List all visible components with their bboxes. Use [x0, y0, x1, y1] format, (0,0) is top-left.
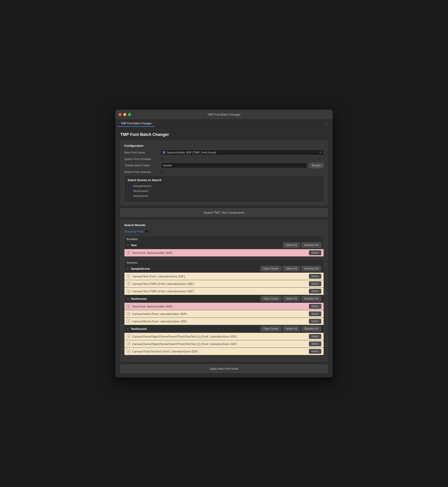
testscene1-select-2[interactable]: Select: [309, 319, 321, 324]
tab-menu-icon[interactable]: ⋮: [323, 121, 330, 126]
scenes-label: Scenes:: [124, 259, 324, 265]
new-font-input[interactable]: F NanumGothic SDF (TMP_Font Asset) ⊙: [160, 150, 324, 155]
prefab-group-test-buttons: Select All Deselect All: [283, 242, 321, 248]
group-by-font-link[interactable]: Group by Font: [124, 230, 143, 233]
configuration-title: Configuration: [124, 144, 324, 147]
browse-button[interactable]: Browse: [309, 163, 324, 168]
font-type-icon: F: [162, 151, 166, 154]
testscene2-checkbox-2[interactable]: [127, 350, 130, 353]
samplescene-checkbox-1[interactable]: [127, 282, 130, 286]
samplescene-deselect-all-button[interactable]: Deselect All: [301, 266, 321, 271]
testscene1-text-1: Canvas/Hello! (Font: LiberationSans SDF): [132, 312, 307, 316]
testscene1-checkbox-1[interactable]: [127, 312, 130, 316]
scene-testscene1-arrow: ▼: [127, 298, 129, 300]
testscene2-select-1[interactable]: Select: [309, 341, 321, 346]
scene-label-0: SampleScene: [133, 184, 151, 188]
new-font-row: New Font Asset F NanumGothic SDF (TMP_Fo…: [124, 150, 324, 155]
testscene1-select-0[interactable]: Select: [309, 304, 321, 309]
samplescene-checkbox-0[interactable]: [127, 275, 130, 278]
scene-testscene1-buttons: Open Scene Select All Deselect All: [260, 296, 321, 301]
testscene2-text-1: Canvas/GameObject/SomeParent/ThisIsTestT…: [132, 342, 307, 346]
samplescene-text-2: Canvas/Text (TMP) (Font: LiberationSans …: [132, 290, 307, 293]
scenes-subsection: Scenes: ▼ SampleScene Open Scene Select …: [124, 259, 324, 355]
page-title: TMP Font Batch Changer: [120, 132, 328, 137]
select-scenes-title: Select Scenes to Search: [128, 178, 320, 182]
group-by-row: Group by Font: [124, 229, 324, 233]
search-scenes-row: Search from Scenes: [124, 170, 324, 174]
results-header: Search Results: [124, 223, 324, 227]
prefabs-subsection: Prefabs: ▼ Test Select All Deselect All …: [124, 236, 324, 257]
prefab-test-select-all-button[interactable]: Select All: [283, 242, 300, 248]
testscene2-select-0[interactable]: Select: [309, 334, 321, 339]
testscene1-select-1[interactable]: Select: [309, 311, 321, 316]
scene-testscene1-name: TestScene1: [131, 297, 259, 300]
traffic-lights: [119, 113, 131, 116]
testscene1-select-all-button[interactable]: Select All: [283, 296, 300, 301]
samplescene-open-button[interactable]: Open Scene: [260, 266, 281, 271]
testscene1-open-button[interactable]: Open Scene: [260, 296, 281, 301]
new-font-value: NanumGothic SDF (TMP_Font Asset): [167, 151, 216, 154]
prefabs-label: Prefabs:: [124, 236, 324, 241]
scene-checkbox-2[interactable]: [128, 194, 131, 198]
scene-group-testscene1-header: ▼ TestScene1 Open Scene Select All Desel…: [124, 295, 324, 303]
apply-button[interactable]: Apply New Font Asset: [120, 364, 328, 373]
scene-group-samplescene-header: ▼ SampleScene Open Scene Select All Dese…: [124, 265, 324, 272]
search-button[interactable]: Search TMP_Text Components: [120, 208, 328, 217]
minimize-button[interactable]: [123, 113, 126, 116]
samplescene-select-2[interactable]: Select: [309, 289, 321, 294]
testscene2-deselect-all-button[interactable]: Deselect All: [301, 326, 321, 331]
samplescene-result-2: Canvas/Text (TMP) (Font: LiberationSans …: [124, 287, 324, 295]
scene-item-1: TestScene1: [128, 189, 320, 193]
prefab-test-deselect-all-button[interactable]: Deselect All: [301, 242, 321, 248]
testscene2-checkbox-1[interactable]: [127, 342, 130, 346]
scene-label-2: TestScene2: [133, 194, 148, 198]
scene-item-0: SampleScene: [128, 184, 320, 188]
testscene1-text-2: Canvas/World (Font: LiberationSans SDF): [132, 320, 307, 323]
group-by-font-checkbox[interactable]: [145, 229, 148, 233]
prefab-result-checkbox-0[interactable]: [127, 251, 130, 255]
testscene2-select-all-button[interactable]: Select All: [283, 326, 300, 331]
testscene1-checkbox-0[interactable]: [127, 305, 130, 308]
samplescene-result-1: Canvas/Text (TMP) (Font: LiberationSans …: [124, 280, 324, 287]
samplescene-select-1[interactable]: Select: [309, 281, 321, 286]
font-picker-icon[interactable]: ⊙: [319, 151, 322, 154]
scene-checkbox-1[interactable]: [128, 189, 131, 193]
search-scenes-label: Search from Scenes: [124, 170, 158, 174]
testscene1-checkbox-2[interactable]: [127, 320, 130, 323]
scene-group-testscene2: ▼ TestScene2 Open Scene Select All Desel…: [124, 325, 324, 355]
close-button[interactable]: [119, 113, 121, 116]
main-tab[interactable]: TMP Font Batch Changer: [118, 120, 155, 127]
testscene2-open-button[interactable]: Open Scene: [260, 326, 281, 331]
scene-samplescene-name: SampleScene: [131, 267, 259, 270]
testscene1-result-2: Canvas/World (Font: LiberationSans SDF) …: [124, 317, 324, 325]
prefab-group-test-name: Test: [131, 244, 281, 247]
results-section: Search Results Group by Font Prefabs: ▼ …: [120, 220, 328, 361]
prefab-root-input[interactable]: [161, 163, 307, 168]
testscene2-select-2[interactable]: Select: [309, 349, 321, 354]
scene-item-2: TestScene2: [128, 194, 320, 198]
samplescene-text-1: Canvas/Text (TMP) (Font: LiberationSans …: [132, 282, 307, 286]
scene-samplescene-buttons: Open Scene Select All Deselect All: [260, 266, 321, 271]
prefab-group-test-header: ▼ Test Select All Deselect All: [124, 241, 324, 249]
scene-group-testscene2-header: ▼ TestScene2 Open Scene Select All Desel…: [124, 325, 324, 333]
maximize-button[interactable]: [128, 113, 131, 116]
testscene2-result-1: Canvas/GameObject/SomeParent/ThisIsTestT…: [124, 340, 324, 347]
testscene2-result-2: Canvas/ThisIsTestText (Font: LiberationS…: [124, 347, 324, 355]
prefab-root-row: Prefab Root Folder: Browse: [124, 163, 324, 168]
scene-group-testscene1: ▼ TestScene1 Open Scene Select All Desel…: [124, 295, 324, 325]
configuration-section: Configuration New Font Asset F NanumGoth…: [120, 141, 328, 205]
samplescene-checkbox-2[interactable]: [127, 289, 130, 293]
search-prefabs-checkbox[interactable]: [160, 157, 164, 161]
scene-group-samplescene: ▼ SampleScene Open Scene Select All Dese…: [124, 265, 324, 295]
tab-bar: TMP Font Batch Changer ⋮: [115, 120, 333, 128]
samplescene-select-0[interactable]: Select: [309, 274, 321, 279]
samplescene-select-all-button[interactable]: Select All: [283, 266, 300, 271]
testscene1-deselect-all-button[interactable]: Deselect All: [301, 296, 321, 301]
select-scenes-box: Select Scenes to Search SampleScene Test…: [124, 175, 324, 202]
testscene2-checkbox-0[interactable]: [127, 335, 130, 338]
results-title: Search Results: [124, 223, 145, 227]
testscene1-result-1: Canvas/Hello! (Font: LiberationSans SDF)…: [124, 310, 324, 317]
search-scenes-checkbox[interactable]: [160, 170, 164, 174]
prefab-result-select-0[interactable]: Select: [309, 250, 321, 255]
scene-checkbox-0[interactable]: [128, 184, 131, 188]
